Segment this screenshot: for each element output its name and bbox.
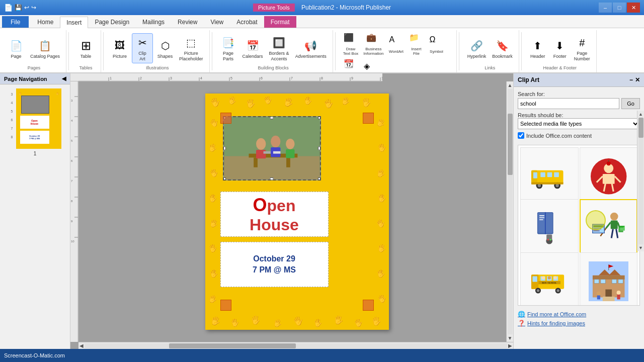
selection-handle-br[interactable] (318, 177, 321, 180)
scroll-right-arrow[interactable]: ▶ (507, 343, 513, 348)
scroll-down-arrow[interactable]: ▼ (508, 334, 513, 342)
photo-scene (224, 117, 320, 179)
catalog-label: Catalog Pages (30, 54, 60, 59)
scrollbar-thumb-v[interactable] (508, 114, 513, 175)
catalog-pages-button[interactable]: 📋 Catalog Pages (28, 37, 62, 60)
selection-handle-bm[interactable] (270, 177, 274, 180)
picture-label: Picture (113, 54, 127, 59)
tab-page-design[interactable]: Page Design (88, 16, 136, 28)
clip-art-grid[interactable]: BUS • SCHOOL (518, 145, 640, 306)
tab-acrobat[interactable]: Acrobat (230, 16, 264, 28)
search-input[interactable] (518, 98, 619, 109)
panel-controls[interactable]: − ✕ (629, 76, 640, 83)
draw-textbox-button[interactable]: ⬛ DrawText Box (342, 32, 360, 56)
file-type-select[interactable]: Selected media file types (518, 118, 640, 129)
clip-art-item-bus2[interactable]: BUS • SCHOOL (520, 252, 579, 306)
quick-access[interactable]: 📄 💾 ↩ ↪ (4, 4, 36, 12)
clip-art-item-book[interactable] (520, 199, 579, 257)
tab-format[interactable]: Format (264, 16, 296, 28)
scroll-up-arrow[interactable]: ▲ (508, 81, 513, 89)
panel-minimize-icon[interactable]: − (629, 76, 633, 83)
page-nav-collapse[interactable]: ◀ (62, 75, 66, 82)
clip-art-item-bus1[interactable] (520, 147, 579, 206)
footer-button[interactable]: ⬇ Footer (550, 37, 570, 60)
window-controls[interactable]: – □ ✕ (599, 3, 640, 13)
svg-text:7: 7 (71, 179, 73, 183)
horizontal-scrollbar[interactable]: ◀ ▶ (78, 342, 513, 349)
selection-handle-mr[interactable] (318, 147, 321, 150)
insert-file-button[interactable]: 📁 InsertFile (407, 32, 425, 56)
open-house-textbox[interactable]: Open House (220, 192, 329, 237)
selection-handle-ml[interactable] (223, 147, 226, 150)
photo-frame[interactable] (223, 116, 321, 180)
clip-art-item-figure1[interactable] (580, 147, 638, 206)
advertisements-label: Advertisements (295, 54, 327, 59)
tab-file[interactable]: File (2, 16, 29, 28)
clip-art-body: Search for: Go Results should be: Select… (514, 87, 644, 143)
go-button[interactable]: Go (621, 98, 640, 109)
svg-text:1: 1 (110, 76, 112, 80)
undo-icon[interactable]: ↩ (24, 4, 29, 11)
page-thumbnail-1[interactable]: 🖐 🖐 Open House October 29 7 PM @ MS (16, 88, 61, 149)
picture-placeholder-button[interactable]: ⬚ PicturePlaceholder (177, 34, 205, 63)
tab-home[interactable]: Home (31, 16, 60, 28)
page-parts-button[interactable]: 📑 PageParts (218, 34, 238, 63)
tab-insert[interactable]: Insert (60, 17, 88, 28)
include-checkbox[interactable] (518, 132, 524, 139)
clip-art-item-teacher[interactable] (580, 199, 638, 257)
ruler-marks-h: 1 2 3 4 5 6 7 8 9 10 (78, 73, 382, 81)
save-icon[interactable]: 💾 (15, 4, 22, 11)
panel-scrollbar[interactable]: ▲ ▼ (637, 111, 644, 251)
page-button[interactable]: 📄 Page (6, 37, 26, 60)
svg-text:10: 10 (71, 240, 74, 243)
scroll-left-arrow[interactable]: ◀ (78, 343, 85, 348)
publication-canvas[interactable]: 🖐 🖐 🖐 🖐 🖐 🖐 🖐 🖐 🖐 🖐 🖐 🖐 🖐 🖐 🖐 🖐 🖐 🖐 🖐 🖐 … (205, 94, 389, 330)
panel-close-icon[interactable]: ✕ (635, 76, 640, 83)
titlebar: 📄 💾 ↩ ↪ Picture Tools Publication2 - Mic… (0, 0, 644, 15)
symbol-button[interactable]: Ω Symbol (427, 35, 445, 54)
panel-scroll-up[interactable]: ▲ (637, 111, 644, 118)
bookmark-button[interactable]: 🔖 Bookmark (490, 37, 515, 60)
canvas-area[interactable]: 1 2 3 4 5 6 7 8 9 10 (70, 73, 513, 349)
advertisements-button[interactable]: 📢 Advertisements (293, 37, 329, 60)
file-label: InsertFile (411, 47, 421, 56)
handprint-decor: 🖐 (229, 318, 239, 328)
calendars-button[interactable]: 📅 Calendars (240, 37, 265, 60)
header-button[interactable]: ⬆ Header (528, 37, 548, 60)
clip-art-item-school[interactable] (580, 252, 638, 306)
panel-scroll-down[interactable]: ▼ (637, 244, 644, 251)
tab-review[interactable]: Review (171, 16, 204, 28)
business-info-button[interactable]: 💼 BusinessInformation (362, 32, 385, 56)
table-icon: ⊞ (78, 38, 94, 54)
svg-point-47 (286, 139, 294, 149)
selection-handle-bl[interactable] (223, 177, 226, 180)
sep1 (68, 32, 69, 70)
scrollbar-thumb-h[interactable] (169, 343, 296, 348)
close-button[interactable]: ✕ (627, 3, 640, 13)
table-button[interactable]: ⊞ Table (76, 37, 96, 60)
clip-art-icon: ✂ (134, 35, 150, 51)
date-textbox[interactable]: October 29 7 PM @ MS (220, 242, 329, 287)
shapes-button[interactable]: ⬡ Shapes (155, 37, 175, 60)
borders-button[interactable]: 🔲 Borders &Accents (267, 34, 291, 63)
vertical-scrollbar[interactable]: ▲ ▼ (506, 81, 513, 342)
hints-link[interactable]: ❓ Hints for finding images (518, 320, 640, 327)
ruler-horizontal: 1 2 3 4 5 6 7 8 9 10 (70, 73, 382, 81)
selection-handle-tm[interactable] (270, 116, 274, 119)
scrollbar-track-v[interactable] (508, 89, 513, 334)
tab-view[interactable]: View (204, 16, 230, 28)
clip-art-button[interactable]: ✂ ClipArt (132, 33, 153, 63)
hyperlink-button[interactable]: 🔗 Hyperlink (465, 37, 489, 60)
scrollbar-track-h[interactable] (85, 343, 507, 348)
minimize-button[interactable]: – (599, 3, 612, 13)
tab-mailings[interactable]: Mailings (136, 16, 171, 28)
wordart-button[interactable]: A WordArt (387, 35, 405, 54)
page-number-button[interactable]: # PageNumber (572, 34, 592, 63)
redo-icon[interactable]: ↪ (31, 4, 36, 11)
maximize-button[interactable]: □ (613, 3, 626, 13)
picture-button[interactable]: 🖼 Picture (110, 37, 130, 60)
svg-rect-56 (554, 172, 559, 177)
panel-scroll-thumb[interactable] (638, 118, 643, 138)
find-more-link[interactable]: 🌐 Find more at Office.com (518, 311, 640, 318)
selection-handle-tr[interactable] (318, 116, 321, 119)
